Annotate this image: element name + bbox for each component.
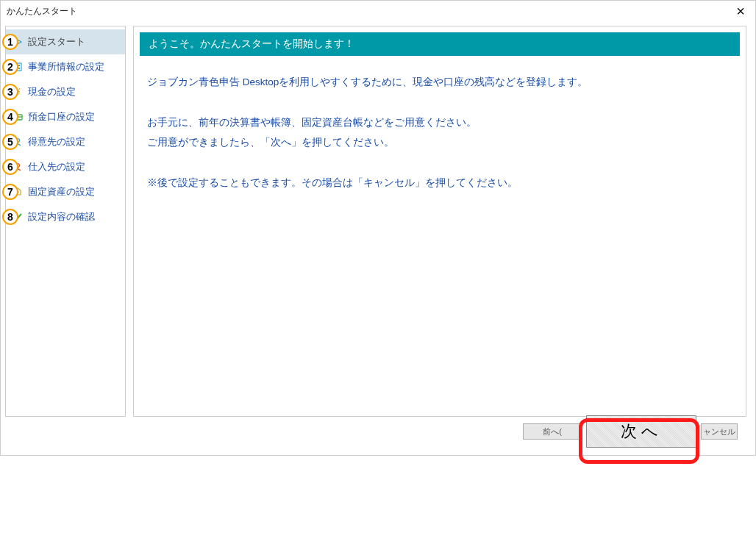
step-badge-4: 4 xyxy=(2,109,18,125)
button-area: 前へ( 次へ ャンセル xyxy=(523,415,738,448)
sidebar-item-label: 得意先の設定 xyxy=(28,135,85,148)
svg-rect-5 xyxy=(18,68,20,69)
next-button[interactable]: 次へ xyxy=(586,415,696,448)
body-area: 設定スタート 事業所情報の設定 ¥ 現金の設定 預金口座の設定 xyxy=(1,21,755,417)
sidebar-item-label: 預金口座の設定 xyxy=(28,110,95,123)
svg-rect-3 xyxy=(18,65,20,66)
step-badge-8: 8 xyxy=(2,209,18,225)
content-panel: ようこそ。かんたんスタートを開始します！ ジョブカン青色申告 Desktopを利… xyxy=(133,26,746,417)
step-badge-2: 2 xyxy=(2,59,18,75)
close-button[interactable]: × xyxy=(732,4,749,18)
window-title: かんたんスタート xyxy=(7,5,77,18)
content-header: ようこそ。かんたんスタートを開始します！ xyxy=(140,32,740,56)
sidebar-item-account[interactable]: 預金口座の設定 xyxy=(6,104,125,129)
cancel-button[interactable]: ャンセル xyxy=(701,423,738,440)
step-badge-3: 3 xyxy=(2,84,18,100)
sidebar-item-supplier[interactable]: 仕入先の設定 xyxy=(6,154,125,179)
sidebar: 設定スタート 事業所情報の設定 ¥ 現金の設定 預金口座の設定 xyxy=(5,26,126,417)
step-badge-7: 7 xyxy=(2,184,18,200)
sidebar-item-business[interactable]: 事業所情報の設定 xyxy=(6,54,125,79)
sidebar-item-label: 設定内容の確認 xyxy=(28,210,95,223)
wizard-window: かんたんスタート × 設定スタート 事業所情報の設定 ¥ 現金の設定 xyxy=(0,0,756,456)
sidebar-item-label: 固定資産の設定 xyxy=(28,185,95,198)
step-badge-5: 5 xyxy=(2,134,18,150)
sidebar-item-start[interactable]: 設定スタート xyxy=(6,29,125,54)
sidebar-item-asset[interactable]: 固定資産の設定 xyxy=(6,179,125,204)
sidebar-item-label: 現金の設定 xyxy=(28,85,76,98)
content-para2: お手元に、前年の決算書や帳簿、固定資産台帳などをご用意ください。 ご用意ができま… xyxy=(147,112,732,152)
sidebar-item-label: 設定スタート xyxy=(28,35,85,49)
sidebar-item-cash[interactable]: ¥ 現金の設定 xyxy=(6,79,125,104)
content-para3: ※後で設定することもできます。その場合は「キャンセル」を押してください。 xyxy=(147,173,732,193)
back-button[interactable]: 前へ( xyxy=(523,423,582,440)
hand-pointer-icon xyxy=(669,535,735,541)
sidebar-item-confirm[interactable]: 設定内容の確認 xyxy=(6,204,125,229)
content-body: ジョブカン青色申告 Desktopを利用しやすくするために、現金や口座の残高など… xyxy=(140,56,740,209)
sidebar-item-customer[interactable]: 得意先の設定 xyxy=(6,129,125,154)
step-badge-1: 1 xyxy=(2,34,18,50)
step-badge-6: 6 xyxy=(2,159,18,175)
titlebar: かんたんスタート × xyxy=(1,1,755,21)
content-para1: ジョブカン青色申告 Desktopを利用しやすくするために、現金や口座の残高など… xyxy=(147,72,732,92)
step-badges: 1 2 3 4 5 6 7 8 xyxy=(2,34,18,234)
sidebar-item-label: 仕入先の設定 xyxy=(28,160,85,173)
sidebar-item-label: 事業所情報の設定 xyxy=(28,60,104,74)
